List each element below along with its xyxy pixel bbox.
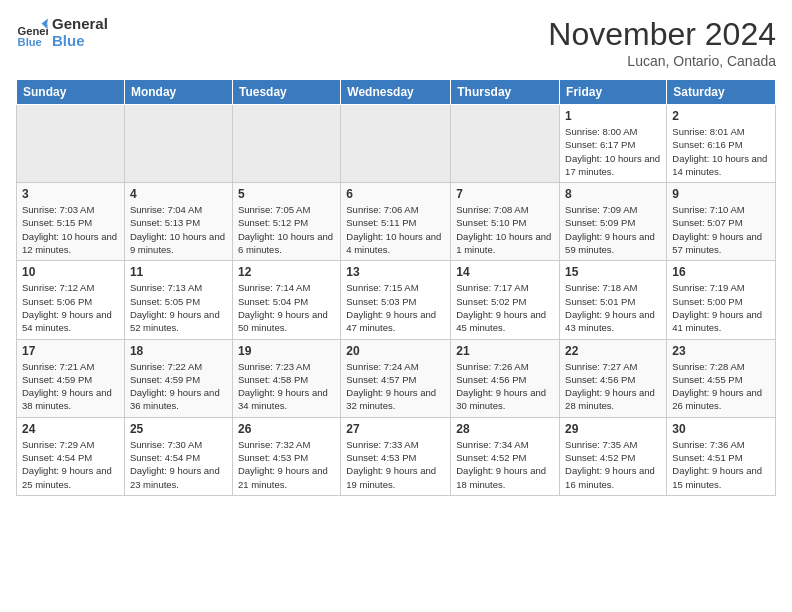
- calendar-cell: 12Sunrise: 7:14 AM Sunset: 5:04 PM Dayli…: [232, 261, 340, 339]
- day-number: 4: [130, 187, 227, 201]
- day-info: Sunrise: 7:12 AM Sunset: 5:06 PM Dayligh…: [22, 281, 119, 334]
- weekday-header: Sunday: [17, 80, 125, 105]
- day-number: 18: [130, 344, 227, 358]
- day-number: 27: [346, 422, 445, 436]
- day-info: Sunrise: 7:27 AM Sunset: 4:56 PM Dayligh…: [565, 360, 661, 413]
- day-number: 7: [456, 187, 554, 201]
- day-info: Sunrise: 7:36 AM Sunset: 4:51 PM Dayligh…: [672, 438, 770, 491]
- day-info: Sunrise: 7:14 AM Sunset: 5:04 PM Dayligh…: [238, 281, 335, 334]
- day-number: 14: [456, 265, 554, 279]
- day-info: Sunrise: 7:06 AM Sunset: 5:11 PM Dayligh…: [346, 203, 445, 256]
- weekday-header: Tuesday: [232, 80, 340, 105]
- day-number: 29: [565, 422, 661, 436]
- day-info: Sunrise: 7:09 AM Sunset: 5:09 PM Dayligh…: [565, 203, 661, 256]
- calendar-cell: 18Sunrise: 7:22 AM Sunset: 4:59 PM Dayli…: [124, 339, 232, 417]
- calendar-cell: 8Sunrise: 7:09 AM Sunset: 5:09 PM Daylig…: [560, 183, 667, 261]
- weekday-header: Thursday: [451, 80, 560, 105]
- svg-text:General: General: [18, 24, 48, 36]
- day-number: 26: [238, 422, 335, 436]
- day-info: Sunrise: 7:10 AM Sunset: 5:07 PM Dayligh…: [672, 203, 770, 256]
- day-number: 25: [130, 422, 227, 436]
- calendar-cell: 10Sunrise: 7:12 AM Sunset: 5:06 PM Dayli…: [17, 261, 125, 339]
- day-info: Sunrise: 7:03 AM Sunset: 5:15 PM Dayligh…: [22, 203, 119, 256]
- calendar-cell: 28Sunrise: 7:34 AM Sunset: 4:52 PM Dayli…: [451, 417, 560, 495]
- day-info: Sunrise: 7:13 AM Sunset: 5:05 PM Dayligh…: [130, 281, 227, 334]
- weekday-header: Wednesday: [341, 80, 451, 105]
- calendar-cell: 26Sunrise: 7:32 AM Sunset: 4:53 PM Dayli…: [232, 417, 340, 495]
- calendar-cell: 15Sunrise: 7:18 AM Sunset: 5:01 PM Dayli…: [560, 261, 667, 339]
- calendar-cell: 6Sunrise: 7:06 AM Sunset: 5:11 PM Daylig…: [341, 183, 451, 261]
- calendar-cell: 9Sunrise: 7:10 AM Sunset: 5:07 PM Daylig…: [667, 183, 776, 261]
- calendar-cell: 13Sunrise: 7:15 AM Sunset: 5:03 PM Dayli…: [341, 261, 451, 339]
- calendar-week-row: 17Sunrise: 7:21 AM Sunset: 4:59 PM Dayli…: [17, 339, 776, 417]
- calendar-cell: 17Sunrise: 7:21 AM Sunset: 4:59 PM Dayli…: [17, 339, 125, 417]
- day-info: Sunrise: 7:34 AM Sunset: 4:52 PM Dayligh…: [456, 438, 554, 491]
- day-info: Sunrise: 8:01 AM Sunset: 6:16 PM Dayligh…: [672, 125, 770, 178]
- calendar-cell: 1Sunrise: 8:00 AM Sunset: 6:17 PM Daylig…: [560, 105, 667, 183]
- calendar-cell: [451, 105, 560, 183]
- day-number: 3: [22, 187, 119, 201]
- logo-blue: Blue: [52, 33, 108, 50]
- day-number: 15: [565, 265, 661, 279]
- day-info: Sunrise: 7:08 AM Sunset: 5:10 PM Dayligh…: [456, 203, 554, 256]
- day-number: 5: [238, 187, 335, 201]
- day-number: 28: [456, 422, 554, 436]
- day-number: 24: [22, 422, 119, 436]
- calendar-cell: 16Sunrise: 7:19 AM Sunset: 5:00 PM Dayli…: [667, 261, 776, 339]
- day-number: 1: [565, 109, 661, 123]
- day-number: 11: [130, 265, 227, 279]
- day-number: 17: [22, 344, 119, 358]
- calendar-cell: 20Sunrise: 7:24 AM Sunset: 4:57 PM Dayli…: [341, 339, 451, 417]
- day-info: Sunrise: 7:35 AM Sunset: 4:52 PM Dayligh…: [565, 438, 661, 491]
- calendar-cell: 30Sunrise: 7:36 AM Sunset: 4:51 PM Dayli…: [667, 417, 776, 495]
- weekday-header: Monday: [124, 80, 232, 105]
- title-block: November 2024 Lucan, Ontario, Canada: [548, 16, 776, 69]
- day-number: 8: [565, 187, 661, 201]
- calendar-cell: 5Sunrise: 7:05 AM Sunset: 5:12 PM Daylig…: [232, 183, 340, 261]
- day-info: Sunrise: 7:22 AM Sunset: 4:59 PM Dayligh…: [130, 360, 227, 413]
- calendar-cell: 3Sunrise: 7:03 AM Sunset: 5:15 PM Daylig…: [17, 183, 125, 261]
- calendar-cell: 2Sunrise: 8:01 AM Sunset: 6:16 PM Daylig…: [667, 105, 776, 183]
- calendar-cell: 11Sunrise: 7:13 AM Sunset: 5:05 PM Dayli…: [124, 261, 232, 339]
- day-number: 22: [565, 344, 661, 358]
- weekday-header: Friday: [560, 80, 667, 105]
- logo: General Blue General Blue: [16, 16, 108, 49]
- calendar-week-row: 10Sunrise: 7:12 AM Sunset: 5:06 PM Dayli…: [17, 261, 776, 339]
- day-info: Sunrise: 7:26 AM Sunset: 4:56 PM Dayligh…: [456, 360, 554, 413]
- day-info: Sunrise: 7:24 AM Sunset: 4:57 PM Dayligh…: [346, 360, 445, 413]
- day-info: Sunrise: 7:28 AM Sunset: 4:55 PM Dayligh…: [672, 360, 770, 413]
- calendar: SundayMondayTuesdayWednesdayThursdayFrid…: [16, 79, 776, 496]
- svg-text:Blue: Blue: [18, 35, 42, 47]
- location: Lucan, Ontario, Canada: [548, 53, 776, 69]
- calendar-week-row: 24Sunrise: 7:29 AM Sunset: 4:54 PM Dayli…: [17, 417, 776, 495]
- day-info: Sunrise: 7:15 AM Sunset: 5:03 PM Dayligh…: [346, 281, 445, 334]
- calendar-cell: 27Sunrise: 7:33 AM Sunset: 4:53 PM Dayli…: [341, 417, 451, 495]
- day-info: Sunrise: 7:30 AM Sunset: 4:54 PM Dayligh…: [130, 438, 227, 491]
- day-number: 12: [238, 265, 335, 279]
- day-info: Sunrise: 7:23 AM Sunset: 4:58 PM Dayligh…: [238, 360, 335, 413]
- calendar-cell: 7Sunrise: 7:08 AM Sunset: 5:10 PM Daylig…: [451, 183, 560, 261]
- calendar-cell: 4Sunrise: 7:04 AM Sunset: 5:13 PM Daylig…: [124, 183, 232, 261]
- logo-icon: General Blue: [16, 17, 48, 49]
- day-info: Sunrise: 7:21 AM Sunset: 4:59 PM Dayligh…: [22, 360, 119, 413]
- day-number: 23: [672, 344, 770, 358]
- day-number: 21: [456, 344, 554, 358]
- calendar-cell: [124, 105, 232, 183]
- calendar-cell: 25Sunrise: 7:30 AM Sunset: 4:54 PM Dayli…: [124, 417, 232, 495]
- calendar-cell: 21Sunrise: 7:26 AM Sunset: 4:56 PM Dayli…: [451, 339, 560, 417]
- calendar-cell: [17, 105, 125, 183]
- day-info: Sunrise: 8:00 AM Sunset: 6:17 PM Dayligh…: [565, 125, 661, 178]
- calendar-cell: 29Sunrise: 7:35 AM Sunset: 4:52 PM Dayli…: [560, 417, 667, 495]
- calendar-cell: 22Sunrise: 7:27 AM Sunset: 4:56 PM Dayli…: [560, 339, 667, 417]
- month-title: November 2024: [548, 16, 776, 53]
- page-header: General Blue General Blue November 2024 …: [16, 16, 776, 69]
- calendar-cell: 14Sunrise: 7:17 AM Sunset: 5:02 PM Dayli…: [451, 261, 560, 339]
- day-number: 6: [346, 187, 445, 201]
- day-number: 16: [672, 265, 770, 279]
- weekday-header-row: SundayMondayTuesdayWednesdayThursdayFrid…: [17, 80, 776, 105]
- day-info: Sunrise: 7:33 AM Sunset: 4:53 PM Dayligh…: [346, 438, 445, 491]
- day-number: 9: [672, 187, 770, 201]
- day-number: 30: [672, 422, 770, 436]
- day-info: Sunrise: 7:18 AM Sunset: 5:01 PM Dayligh…: [565, 281, 661, 334]
- calendar-week-row: 1Sunrise: 8:00 AM Sunset: 6:17 PM Daylig…: [17, 105, 776, 183]
